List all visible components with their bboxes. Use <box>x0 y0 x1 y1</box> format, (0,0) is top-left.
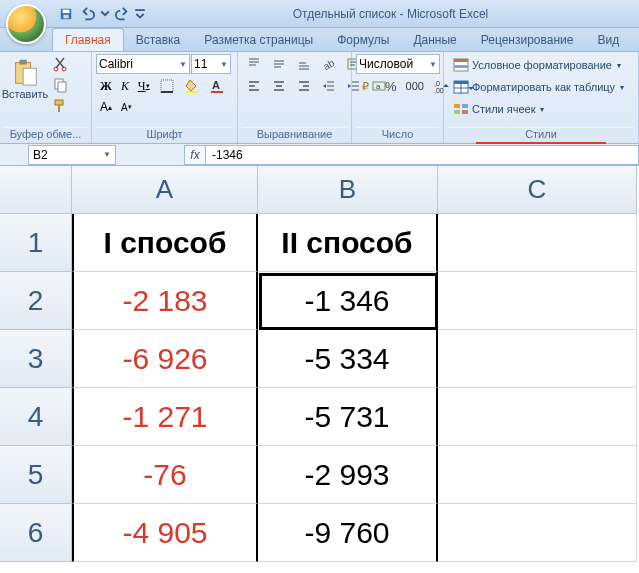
undo-icon[interactable] <box>78 4 98 24</box>
svg-rect-15 <box>186 91 198 93</box>
cut-icon[interactable] <box>48 54 72 74</box>
col-header-C[interactable]: C <box>438 166 637 214</box>
italic-button[interactable]: К <box>117 77 133 96</box>
cell-A5[interactable]: -76 <box>72 446 258 504</box>
comma-format-icon[interactable]: 000 <box>402 78 428 94</box>
svg-rect-12 <box>58 105 60 112</box>
row-header-5[interactable]: 5 <box>0 446 72 504</box>
row-header-4[interactable]: 4 <box>0 388 72 446</box>
cell-A1[interactable]: I способ <box>72 214 258 272</box>
copy-icon[interactable] <box>48 75 72 95</box>
paste-label: Вставить <box>2 89 49 100</box>
align-right-icon[interactable] <box>292 76 316 96</box>
svg-rect-6 <box>23 68 36 85</box>
percent-format-icon[interactable]: % <box>381 77 401 96</box>
font-label: Шрифт <box>96 127 233 143</box>
group-font: Calibri▼ 11▼ Ж К Ч ▾ A A▴ A▾ Шрифт <box>92 52 238 143</box>
col-header-B[interactable]: B <box>258 166 438 214</box>
svg-rect-60 <box>454 104 460 108</box>
row-header-2[interactable]: 2 <box>0 272 72 330</box>
row-header-6[interactable]: 6 <box>0 504 72 562</box>
align-left-icon[interactable] <box>242 76 266 96</box>
decrease-indent-icon[interactable] <box>317 76 341 96</box>
svg-rect-2 <box>63 14 68 18</box>
cell-C2[interactable] <box>438 272 637 330</box>
formula-input[interactable]: -1346 <box>206 145 639 165</box>
clipboard-label: Буфер обме... <box>4 127 87 143</box>
shrink-font-icon[interactable]: A▾ <box>117 100 136 115</box>
alignment-label: Выравнивание <box>242 127 347 143</box>
cell-A4[interactable]: -1 271 <box>72 388 258 446</box>
save-icon[interactable] <box>56 4 76 24</box>
cell-A3[interactable]: -6 926 <box>72 330 258 388</box>
conditional-formatting-button[interactable]: Условное форматирование▾ <box>448 54 626 76</box>
svg-rect-5 <box>19 60 27 65</box>
tab-view[interactable]: Вид <box>585 29 631 51</box>
format-as-table-button[interactable]: Форматировать как таблицу▾ <box>448 76 629 98</box>
qat-customize-icon[interactable] <box>134 4 146 24</box>
svg-rect-3 <box>135 9 145 11</box>
cell-A2[interactable]: -2 183 <box>72 272 258 330</box>
tab-review[interactable]: Рецензирование <box>469 29 586 51</box>
name-box[interactable]: B2▼ <box>28 145 116 165</box>
align-center-icon[interactable] <box>267 76 291 96</box>
worksheet-grid[interactable]: A B C 1 I способ II способ 2 -2 183 -1 3… <box>0 166 639 562</box>
grow-font-icon[interactable]: A▴ <box>96 98 116 116</box>
redo-icon[interactable] <box>112 4 132 24</box>
orientation-icon[interactable]: ab <box>317 54 341 74</box>
cell-B6[interactable]: -9 760 <box>258 504 438 562</box>
svg-rect-10 <box>58 82 66 92</box>
svg-rect-13 <box>161 80 173 92</box>
paste-button[interactable]: Вставить <box>4 54 46 103</box>
svg-rect-55 <box>454 65 468 68</box>
format-painter-icon[interactable] <box>48 96 72 116</box>
border-icon[interactable] <box>155 76 179 96</box>
tab-home[interactable]: Главная <box>52 28 124 51</box>
cell-C5[interactable] <box>438 446 637 504</box>
svg-rect-11 <box>55 100 63 105</box>
cell-B4[interactable]: -5 731 <box>258 388 438 446</box>
align-bottom-icon[interactable] <box>292 54 316 74</box>
svg-rect-17 <box>211 91 223 93</box>
cell-B3[interactable]: -5 334 <box>258 330 438 388</box>
cell-styles-button[interactable]: Стили ячеек▾ <box>448 98 549 120</box>
tab-formulas[interactable]: Формулы <box>325 29 401 51</box>
cell-C3[interactable] <box>438 330 637 388</box>
svg-rect-63 <box>462 110 468 114</box>
cell-C1[interactable] <box>438 214 637 272</box>
font-color-icon[interactable]: A <box>205 76 229 96</box>
ribbon: Вставить Буфер обме... Calibri▼ 11▼ Ж К … <box>0 52 639 144</box>
number-format-combo[interactable]: Числовой▼ <box>356 54 440 74</box>
office-button[interactable] <box>6 4 46 44</box>
row-header-1[interactable]: 1 <box>0 214 72 272</box>
tab-page-layout[interactable]: Разметка страницы <box>192 29 325 51</box>
fill-color-icon[interactable] <box>180 76 204 96</box>
cell-A6[interactable]: -4 905 <box>72 504 258 562</box>
cell-B5[interactable]: -2 993 <box>258 446 438 504</box>
styles-label: Стили <box>448 127 634 143</box>
underline-button[interactable]: Ч ▾ <box>134 77 154 96</box>
svg-text:,0: ,0 <box>434 80 440 87</box>
cell-B1[interactable]: II способ <box>258 214 438 272</box>
ribbon-tabs: Главная Вставка Разметка страницы Формул… <box>0 28 639 52</box>
cell-C4[interactable] <box>438 388 637 446</box>
align-top-icon[interactable] <box>242 54 266 74</box>
svg-rect-61 <box>462 104 468 108</box>
bold-button[interactable]: Ж <box>96 77 116 96</box>
fx-button[interactable]: fx <box>184 145 206 165</box>
select-all-corner[interactable] <box>0 166 72 214</box>
col-header-A[interactable]: A <box>72 166 258 214</box>
svg-rect-1 <box>63 9 70 13</box>
font-size-combo[interactable]: 11▼ <box>191 54 231 74</box>
cell-C6[interactable] <box>438 504 637 562</box>
tab-insert[interactable]: Вставка <box>124 29 193 51</box>
cell-B2[interactable]: -1 346 <box>258 272 438 330</box>
group-clipboard: Вставить Буфер обме... <box>0 52 92 143</box>
font-name-combo[interactable]: Calibri▼ <box>96 54 190 74</box>
row-header-3[interactable]: 3 <box>0 330 72 388</box>
qat-dropdown-icon[interactable] <box>100 4 110 24</box>
tab-data[interactable]: Данные <box>401 29 468 51</box>
accounting-format-icon[interactable]: ₽ <box>356 76 380 96</box>
svg-rect-62 <box>454 110 460 114</box>
align-middle-icon[interactable] <box>267 54 291 74</box>
